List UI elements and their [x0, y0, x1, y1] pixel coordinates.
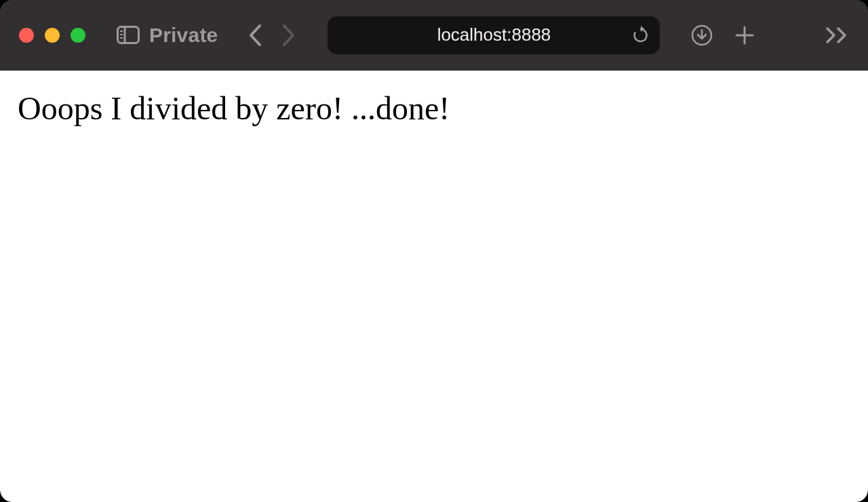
reload-button[interactable]: [633, 26, 649, 45]
forward-button[interactable]: [281, 24, 296, 47]
chevron-left-icon: [248, 24, 262, 47]
address-bar[interactable]: localhost:8888: [328, 16, 660, 54]
reload-icon: [633, 26, 649, 45]
page-body-text: Ooops I divided by zero! ...done!: [18, 90, 850, 127]
chevron-double-right-icon: [825, 26, 849, 44]
toolbar-overflow-button[interactable]: [825, 26, 849, 44]
plus-icon: [734, 25, 755, 45]
download-icon: [691, 24, 713, 46]
sidebar-toggle[interactable]: Private: [117, 24, 218, 47]
maximize-window-button[interactable]: [71, 28, 85, 43]
close-window-button[interactable]: [19, 28, 34, 43]
nav-buttons: [248, 24, 296, 47]
minimize-window-button[interactable]: [45, 28, 60, 43]
sidebar-icon: [117, 26, 140, 44]
new-tab-button[interactable]: [734, 25, 755, 45]
window-controls: [19, 28, 85, 43]
browser-toolbar: Private localhost:8888: [0, 0, 868, 71]
address-text: localhost:8888: [437, 24, 551, 45]
page-content: Ooops I divided by zero! ...done!: [0, 71, 868, 502]
chevron-right-icon: [281, 24, 296, 47]
downloads-button[interactable]: [691, 24, 713, 46]
back-button[interactable]: [248, 24, 262, 47]
toolbar-right-controls: [691, 24, 755, 46]
private-mode-label: Private: [149, 24, 218, 47]
browser-window: Private localhost:8888: [0, 0, 868, 502]
